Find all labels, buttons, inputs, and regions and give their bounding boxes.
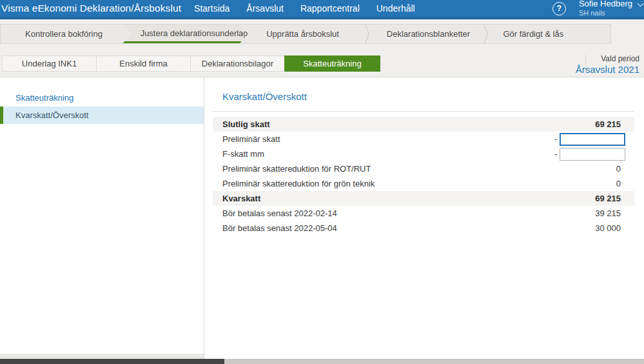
horizontal-scrollbar-track[interactable]	[0, 359, 644, 364]
user-name: Sofie Hedberg	[579, 0, 632, 9]
table-row: Preliminär skatt-	[213, 132, 634, 147]
sidebar: SkatteuträkningKvarskatt/Överskott	[0, 77, 204, 354]
minus-prefix: -	[554, 149, 557, 159]
top-navbar: Visma eEkonomi Deklaration/Årsbokslut St…	[0, 0, 644, 19]
row-label: Slutlig skatt	[222, 119, 595, 129]
input-f-skatt-mm[interactable]	[560, 148, 625, 161]
input-preliminar-skatt[interactable]	[560, 133, 625, 146]
row-label: F-skatt mm	[222, 149, 554, 159]
wizard-step-deklarationsblanketter[interactable]: Deklarationsblanketter	[367, 25, 487, 43]
wizard-step-kontrollera-bokforing[interactable]: Kontrollera bokföring	[1, 25, 123, 43]
wizard-step-uppratta-arsbokslut[interactable]: Upprätta årsbokslut	[248, 25, 367, 43]
user-menu[interactable]: Sofie Hedberg SH nails	[579, 0, 644, 17]
row-label: Kvarskatt	[222, 194, 595, 203]
navbar-right: ? Sofie Hedberg SH nails	[552, 0, 644, 17]
row-value: -	[554, 133, 621, 146]
row-label: Bör betalas senast 2022-05-04	[222, 223, 595, 233]
row-label: Preliminär skatt	[222, 134, 554, 144]
horizontal-scrollbar-thumb[interactable]	[0, 359, 224, 364]
sidebar-list: SkatteuträkningKvarskatt/Överskott	[0, 89, 204, 124]
period-value[interactable]: Årsavslut 2021	[576, 64, 639, 76]
tab-enskild-firma[interactable]: Enskild firma	[97, 56, 191, 71]
nav-item-arsavslut[interactable]: Årsavslut	[238, 3, 292, 14]
row-value: -	[554, 148, 621, 161]
table-row: Bör betalas senast 2022-02-1439 215	[213, 206, 634, 221]
row-value: 69 215	[595, 194, 621, 203]
row-label: Preliminär skattereduktion för ROT/RUT	[222, 164, 616, 174]
sidebar-item-kvarskatt-overskott[interactable]: Kvarskatt/Överskott	[0, 106, 204, 124]
table-row: Preliminär skattereduktion för ROT/RUT0	[213, 161, 634, 176]
help-button[interactable]: ?	[552, 2, 566, 15]
sidebar-item-skatteutrakning[interactable]: Skatteuträkning	[0, 89, 204, 106]
wizard-steps: Kontrollera bokföringJustera deklaration…	[0, 24, 611, 44]
nav-item-underhall[interactable]: Underhåll	[368, 3, 424, 14]
table-row: Preliminär skattereduktion för grön tekn…	[213, 176, 634, 191]
sidebar-bottom-strip	[0, 354, 204, 359]
nav-item-startsida[interactable]: Startsida	[186, 3, 238, 14]
wizard-step-label: Upprätta årsbokslut	[266, 29, 339, 39]
wizard-step-label: Kontrollera bokföring	[25, 29, 102, 39]
table-row: Bör betalas senast 2022-05-0430 000	[213, 221, 634, 236]
chevron-down-icon	[638, 0, 644, 6]
nav-item-rapportcentral[interactable]: Rapportcentral	[292, 3, 368, 14]
row-label: Bör betalas senast 2022-02-14	[222, 208, 595, 218]
row-value: 0	[616, 164, 621, 174]
question-icon: ?	[557, 4, 561, 13]
tab-group: Underlag INK1Enskild firmaDeklarationsbi…	[2, 56, 380, 72]
minus-prefix: -	[554, 134, 557, 144]
table-row: Slutlig skatt69 215	[213, 117, 634, 132]
wizard-step-label: Justera deklarationsunderlag	[141, 28, 248, 38]
user-company: SH nails	[579, 9, 643, 17]
period-block: Vald period Årsavslut 2021	[576, 54, 639, 76]
nav-menu: StartsidaÅrsavslutRapportcentralUnderhål…	[186, 0, 424, 17]
wizard-step-label: Deklarationsblanketter	[387, 29, 470, 39]
app-title: Visma eEkonomi Deklaration/Årsbokslut	[0, 3, 181, 14]
table-row: Kvarskatt69 215	[213, 191, 634, 206]
row-value: 0	[616, 179, 621, 188]
page-title: Kvarskatt/Överskott	[222, 91, 644, 102]
row-value: 69 215	[595, 119, 621, 129]
wizard-step-label: Gör färdigt & lås	[503, 29, 563, 39]
table-row: F-skatt mm-	[213, 147, 634, 161]
wizard-step-justera-deklarationsunderlag[interactable]: Justera deklarationsunderlag	[123, 25, 249, 43]
tab-deklarationsbilagor[interactable]: Deklarationsbilagor	[191, 56, 285, 71]
row-value: 30 000	[595, 223, 621, 233]
title-divider	[213, 111, 634, 112]
tab-skatteutrakning[interactable]: Skatteuträkning	[284, 56, 380, 72]
content-panel: Kvarskatt/Överskott Slutlig skatt69 215P…	[204, 77, 644, 359]
row-label: Preliminär skattereduktion för grön tekn…	[222, 179, 616, 188]
tab-underlag-ink1[interactable]: Underlag INK1	[3, 56, 97, 71]
tax-table: Slutlig skatt69 215Preliminär skatt-F-sk…	[213, 117, 634, 236]
wizard-step-gor-fardigt-las[interactable]: Gör färdigt & lås	[486, 25, 610, 43]
row-value: 39 215	[595, 208, 621, 218]
period-label: Vald period	[576, 54, 639, 63]
